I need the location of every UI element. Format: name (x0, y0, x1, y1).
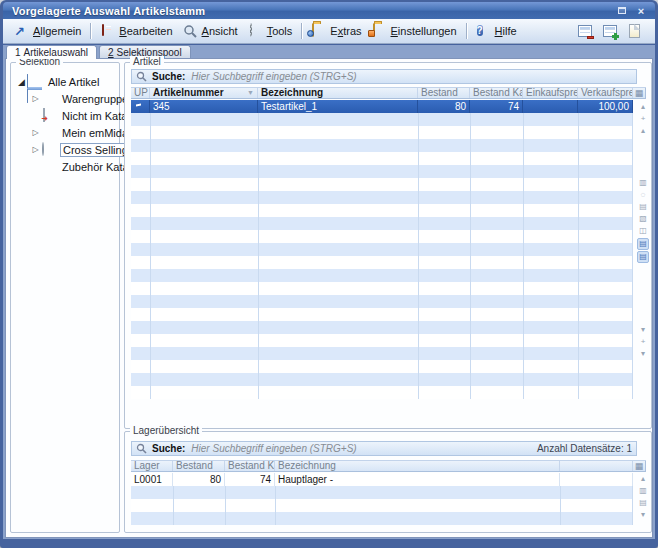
selektion-tree: ◢ Alle Artikel ▷ Warengruppen Nicht im K… (13, 73, 117, 175)
titlebar[interactable]: Vorgelagerte Auswahl Artikelstamm × (3, 2, 655, 19)
bestfit-icon[interactable]: ▤ (637, 497, 649, 509)
menu-hilfe[interactable]: ? Hilfe (471, 22, 522, 41)
lager-cell: L0001 (131, 473, 173, 486)
folder-settings-icon (372, 24, 387, 39)
scroll-up-icon[interactable]: ▴ (637, 473, 649, 485)
menu-label: Extras (330, 25, 361, 37)
arrow-up-right-icon: ↗ (14, 24, 29, 39)
column-header-bestand-kalk[interactable]: Bestand Kalk. (225, 461, 275, 471)
content-panel: Selektion ◢ Alle Artikel ▷ Warengruppen (5, 58, 653, 538)
tree-item-cross-selling-katalog[interactable]: ▷ Cross Selling Katalog (13, 141, 117, 158)
new-document-button[interactable] (626, 23, 643, 40)
toolbar-right (576, 23, 649, 40)
magnifier-icon (183, 24, 198, 39)
lager-row[interactable]: L0001 80 74 Hauptlager - (131, 473, 633, 486)
search-placeholder: Hier Suchbegriff eingeben (STRG+S) (191, 443, 356, 454)
table-add-icon (603, 25, 617, 37)
menu-extras[interactable]: Extras (306, 22, 366, 41)
all-articles-icon (27, 75, 42, 89)
bestand-kalk-cell: 74 (470, 100, 523, 113)
dialog-window: Vorgelagerte Auswahl Artikelstamm × ↗ Al… (0, 0, 658, 548)
menu-separator (301, 23, 302, 39)
bestfit-icon[interactable]: ▤ (637, 201, 649, 213)
artikel-title: Artikel (130, 56, 164, 68)
search-label: Suche: (152, 71, 185, 82)
tree-item-warengruppen[interactable]: ▷ Warengruppen (13, 90, 117, 107)
artikel-row-selected[interactable]: 345 Testartikel_1 80 74 100,00 (131, 100, 633, 113)
tab-number: 1 (15, 47, 21, 58)
column-header-bestand[interactable]: Bestand (418, 88, 470, 98)
insert-row-icon[interactable]: + (637, 113, 649, 125)
artikel-groupbox: Artikel Suche: Hier Suchbegriff eingeben… (124, 62, 652, 429)
artikel-search-bar[interactable]: Suche: Hier Suchbegriff eingeben (STRG+S… (131, 69, 637, 84)
detail-view-icon[interactable]: ▤ (637, 251, 649, 263)
menu-tools[interactable]: Tools (243, 22, 298, 41)
bestand-cell: 80 (173, 473, 225, 486)
lager-empty-rows (131, 486, 633, 525)
column-header-lager[interactable]: Lager (131, 461, 173, 471)
up-cell (131, 100, 150, 113)
help-icon: ? (476, 24, 491, 39)
scroll-up-icon[interactable]: ▴ (637, 125, 649, 137)
expander-icon[interactable]: ▷ (30, 128, 41, 137)
tab-artikelauswahl[interactable]: 1 Artikelauswahl (6, 45, 97, 59)
accessories-icon (41, 160, 56, 174)
menu-einstellungen[interactable]: Einstellungen (367, 22, 462, 41)
column-header-up[interactable]: UP (131, 88, 150, 98)
lager-title: Lagerübersicht (130, 425, 202, 437)
scroll-down-icon[interactable]: ▾ (637, 509, 649, 521)
menu-allgemein[interactable]: ↗ Allgemein (9, 22, 86, 41)
edit-book-icon (100, 24, 115, 39)
column-chooser-icon[interactable]: ▦ (633, 88, 646, 98)
column-header-bezeichnung[interactable]: Bezeichnung (275, 461, 560, 471)
table-add-button[interactable] (601, 23, 618, 40)
column-header-bestand-kalk[interactable]: Bestand Kalk. (470, 88, 523, 98)
sort-indicator-icon: ▼ (247, 88, 254, 98)
column-chooser-icon[interactable]: ▦ (633, 461, 646, 471)
einkaufspreis-cell (523, 100, 578, 113)
table-remove-button[interactable] (576, 23, 593, 40)
list-view-icon[interactable]: ▤ (637, 238, 649, 250)
bestand-cell: 80 (418, 100, 470, 113)
layout-icon[interactable]: ▧ (637, 213, 649, 225)
pin-icon[interactable]: ▥ (637, 485, 649, 497)
expander-icon[interactable]: ◢ (16, 77, 27, 87)
tree-item-mein-emmida[interactable]: ▷ Mein emMida (13, 124, 117, 141)
artikel-grid-gutter: ▴ + ▴ ▥ ◌ ▤ ▧ ◫ ▤ ▤ ▾ + ▾ (637, 101, 649, 424)
append-row-icon[interactable]: + (637, 336, 649, 348)
artikel-empty-rows (131, 113, 633, 399)
column-header-bestand[interactable]: Bestand (173, 461, 225, 471)
gear-icon (248, 24, 263, 39)
menu-separator (466, 23, 467, 39)
column-header-bezeichnung[interactable]: Bezeichnung (258, 88, 418, 98)
search-placeholder: Hier Suchbegriff eingeben (STRG+S) (191, 71, 356, 82)
expander-icon[interactable]: ▷ (30, 145, 41, 154)
verkaufspreis-cell: 100,00 (578, 100, 633, 113)
menu-ansicht[interactable]: Ansicht (178, 22, 243, 41)
selektion-groupbox: Selektion ◢ Alle Artikel ▷ Warengruppen (10, 62, 120, 533)
scroll-top-icon[interactable]: ▴ (637, 101, 649, 113)
lager-grid-gutter: ▴ ▥ ▤ ▾ (637, 473, 649, 529)
menu-bearbeiten[interactable]: Bearbeiten (95, 22, 177, 41)
product-groups-icon (41, 92, 56, 106)
expander-icon[interactable]: ▷ (30, 94, 41, 103)
tree-item-alle-artikel[interactable]: ◢ Alle Artikel (13, 73, 117, 90)
restore-icon[interactable] (615, 5, 629, 17)
scroll-bottom-icon[interactable]: ▾ (637, 348, 649, 360)
not-in-catalog-icon (41, 109, 56, 123)
close-icon[interactable]: × (634, 5, 648, 17)
menu-label: Einstellungen (391, 25, 457, 37)
column-header-artikelnummer[interactable]: Artikelnummer ▼ (150, 88, 258, 98)
tree-item-zubehoer-katalog[interactable]: Zubehör Katalog (13, 158, 117, 175)
column-header-verkaufspreis[interactable]: Verkaufspreis (578, 88, 633, 98)
window-view-icon[interactable]: ◫ (637, 225, 649, 237)
lager-search-bar[interactable]: Suche: Hier Suchbegriff eingeben (STRG+S… (131, 441, 637, 456)
lager-grid-header: Lager Bestand Bestand Kalk. Bezeichnung … (131, 460, 646, 472)
menu-separator (90, 23, 91, 39)
tree-item-nicht-im-katalog[interactable]: Nicht im Katalog (13, 107, 117, 124)
scroll-down-icon[interactable]: ▾ (637, 324, 649, 336)
find-icon[interactable]: ◌ (637, 189, 649, 201)
pin-icon[interactable]: ▥ (637, 177, 649, 189)
tab-label: Artikelauswahl (24, 47, 88, 58)
column-header-einkaufspreis[interactable]: Einkaufspreis (523, 88, 578, 98)
